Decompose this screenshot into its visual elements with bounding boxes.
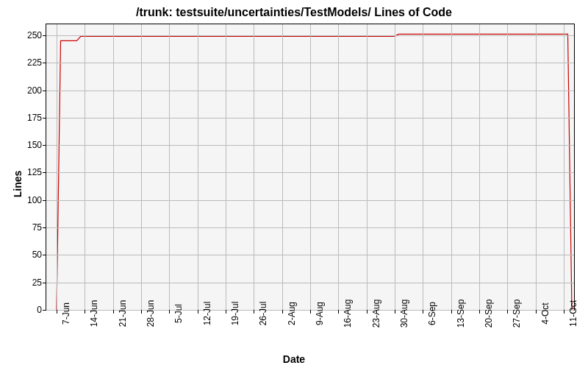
x-tick-label: 19-Jul: [226, 302, 240, 326]
x-tick-label: 23-Aug: [367, 300, 381, 328]
gridline-v: [423, 24, 423, 310]
gridline-v: [57, 24, 57, 310]
x-tick-label: 27-Sep: [507, 300, 522, 328]
x-tick-label: 5-Jul: [169, 304, 184, 323]
y-tick-mark: [43, 63, 46, 63]
x-tick-label: 13-Sep: [451, 300, 466, 328]
gridline-v: [479, 24, 480, 310]
x-tick-label: 12-Jul: [198, 302, 212, 326]
gridline-v: [367, 24, 368, 310]
y-tick-mark: [43, 200, 46, 201]
gridline-v: [395, 24, 395, 310]
gridline-v: [282, 24, 283, 310]
y-tick-mark: [43, 283, 46, 283]
x-tick-label: 21-Jun: [113, 300, 128, 328]
x-tick-label: 9-Aug: [310, 302, 325, 325]
gridline-v: [338, 24, 339, 310]
gridline-v: [169, 24, 170, 310]
x-tick-label: 26-Jul: [254, 302, 268, 326]
x-tick-label: 7-Jun: [57, 302, 71, 325]
x-tick-label: 30-Aug: [395, 300, 409, 328]
x-tick-label: 11-Oct: [564, 300, 578, 327]
gridline-v: [254, 24, 254, 310]
y-tick-mark: [43, 227, 46, 228]
gridline-v: [507, 24, 508, 310]
y-tick-mark: [43, 91, 46, 91]
y-tick-mark: [43, 118, 46, 118]
gridline-v: [310, 24, 311, 310]
gridline-v: [85, 24, 85, 310]
y-tick-mark: [43, 172, 46, 173]
gridline-v: [113, 24, 114, 310]
gridline-v: [198, 24, 198, 310]
y-tick-mark: [43, 255, 46, 255]
chart-title: /trunk: testsuite/uncertainties/TestMode…: [0, 6, 588, 19]
x-tick-label: 2-Aug: [282, 302, 297, 325]
y-axis-label: Lines: [12, 171, 24, 198]
chart-container: /trunk: testsuite/uncertainties/TestMode…: [0, 0, 588, 368]
y-tick-mark: [43, 35, 46, 36]
gridline-v: [564, 24, 564, 310]
x-tick-label: 14-Jun: [85, 300, 99, 328]
x-tick-label: 16-Aug: [338, 300, 353, 328]
gridline-v: [451, 24, 452, 310]
x-tick-label: 4-Oct: [536, 302, 551, 324]
gridline-v: [536, 24, 537, 310]
x-axis-label: Date: [0, 353, 588, 365]
x-tick-label: 20-Sep: [479, 300, 494, 328]
gridline-v: [226, 24, 226, 310]
y-tick-mark: [43, 145, 46, 146]
gridline-v: [141, 24, 142, 310]
x-tick-label: 6-Sep: [423, 302, 437, 325]
x-tick-label: 28-Jun: [141, 300, 156, 328]
plot-area: 02550751001251501752002252507-Jun14-Jun2…: [46, 24, 575, 311]
y-tick-mark: [43, 310, 46, 311]
